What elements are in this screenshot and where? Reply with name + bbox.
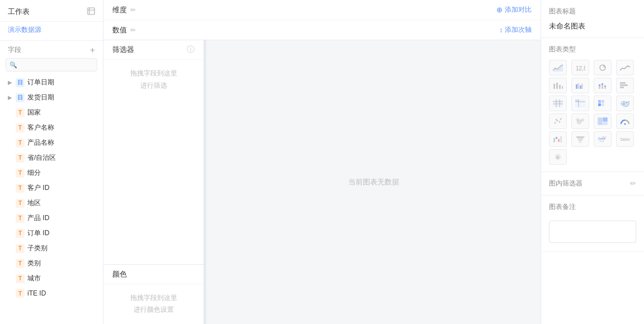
- svg-text:词云: 词云: [602, 136, 607, 139]
- color-section: 颜色 拖拽字段到这里 进行颜色设置: [103, 264, 203, 324]
- list-item[interactable]: T 产品名称: [0, 135, 103, 150]
- dimension-label: 维度 ✏: [112, 5, 136, 15]
- svg-rect-8: [559, 85, 561, 89]
- svg-rect-52: [558, 139, 560, 142]
- field-type-text-icon: T: [16, 169, 25, 178]
- chart-annotation-section: 图表备注: [541, 196, 644, 252]
- field-label: 省/自治区: [27, 153, 56, 163]
- chart-annotation-input[interactable]: [549, 221, 636, 243]
- svg-rect-32: [598, 100, 601, 103]
- field-type-text-icon: T: [16, 259, 25, 268]
- chart-title-section-label: 图表标题: [549, 7, 636, 16]
- search-box: 🔍: [6, 58, 97, 72]
- chart-type-scatter[interactable]: [549, 113, 567, 129]
- chart-type-treemap[interactable]: [594, 113, 612, 129]
- value-edit-icon[interactable]: ✏: [130, 26, 136, 34]
- chart-title-section: 图表标题: [541, 0, 644, 38]
- dimension-text: 维度: [112, 5, 127, 15]
- svg-text:⚙: ⚙: [556, 156, 559, 159]
- svg-rect-35: [602, 103, 604, 106]
- svg-rect-22: [620, 87, 624, 88]
- in-chart-filter-edit-icon[interactable]: ✏: [630, 179, 636, 188]
- color-drop-zone[interactable]: 拖拽字段到这里 进行颜色设置: [103, 284, 203, 324]
- list-item[interactable]: T 细分: [0, 165, 103, 180]
- in-chart-filter-label: 图内筛选器: [549, 179, 583, 188]
- field-type-text-icon: T: [16, 123, 25, 132]
- chart-type-pie[interactable]: [594, 60, 612, 75]
- chart-type-line[interactable]: [616, 60, 634, 75]
- chart-type-matrix[interactable]: [594, 96, 612, 111]
- list-item[interactable]: T 地区: [0, 196, 103, 211]
- chart-type-grid: 12,814: [549, 60, 636, 165]
- fields-header: 字段 +: [0, 40, 103, 58]
- list-item[interactable]: T 产品 ID: [0, 211, 103, 226]
- svg-rect-12: [580, 85, 581, 89]
- expand-toggle: ▶: [8, 94, 15, 101]
- chart-title-input[interactable]: [549, 22, 636, 31]
- svg-rect-7: [556, 83, 558, 89]
- svg-rect-50: [553, 138, 555, 142]
- expand-toggle: ▶: [8, 79, 15, 85]
- list-item[interactable]: T 客户 ID: [0, 180, 103, 196]
- chart-type-table[interactable]: [549, 96, 567, 111]
- worksheet-icon[interactable]: [87, 7, 95, 17]
- chart-type-funnel[interactable]: [571, 131, 589, 147]
- chart-type-number[interactable]: 12,814: [571, 60, 589, 75]
- chart-type-extra[interactable]: ⚙: [549, 149, 567, 165]
- svg-marker-55: [577, 139, 583, 141]
- svg-rect-29: [575, 99, 579, 102]
- list-item[interactable]: ▶ 日 订单日期: [0, 75, 103, 90]
- chart-type-horizontal-bar[interactable]: [616, 78, 634, 93]
- add-comparison-button[interactable]: ⊕ 添加对比: [496, 5, 532, 15]
- chart-type-bar[interactable]: [549, 78, 567, 93]
- field-label: 产品 ID: [27, 213, 49, 223]
- chart-type-waterfall[interactable]: [549, 131, 567, 147]
- list-item[interactable]: T 省/自治区: [0, 150, 103, 165]
- list-item[interactable]: T 国家: [0, 105, 103, 120]
- chart-type-bubble[interactable]: [571, 113, 589, 129]
- field-label: 产品名称: [27, 138, 54, 147]
- list-item[interactable]: T 订单 ID: [0, 226, 103, 241]
- color-label: 颜色: [112, 270, 127, 278]
- in-chart-filter-section: 图内筛选器 ✏: [541, 172, 644, 196]
- svg-rect-14: [599, 86, 600, 89]
- svg-rect-10: [576, 84, 577, 89]
- list-item[interactable]: T 子类别: [0, 241, 103, 256]
- list-item[interactable]: ▶ 日 发货日期: [0, 90, 103, 105]
- add-field-button[interactable]: +: [90, 46, 95, 55]
- list-item[interactable]: T 城市: [0, 271, 103, 286]
- svg-point-40: [559, 121, 561, 122]
- search-input[interactable]: [6, 58, 97, 72]
- svg-rect-21: [620, 84, 628, 86]
- field-label: iTE ID: [27, 289, 46, 297]
- field-label: 城市: [27, 274, 41, 283]
- chart-type-word-cloud[interactable]: Data 词云 Cloud: [594, 131, 612, 147]
- svg-point-45: [576, 118, 579, 121]
- field-type-text-icon: T: [16, 199, 25, 208]
- field-type-text-icon: T: [16, 229, 25, 238]
- color-drop-hint: 拖拽字段到这里 进行颜色设置: [130, 292, 177, 316]
- chart-type-area[interactable]: [549, 60, 567, 75]
- chart-type-custom[interactable]: Delor: [616, 131, 634, 147]
- chart-type-gauge[interactable]: [616, 113, 634, 129]
- chart-type-geo-scatter[interactable]: [616, 96, 634, 111]
- chart-type-stacked-bar[interactable]: [594, 78, 612, 93]
- add-axis-button[interactable]: ↕ 添加次轴: [499, 25, 532, 35]
- demo-source-link[interactable]: 演示数据源: [0, 22, 103, 40]
- list-item[interactable]: T 类别: [0, 256, 103, 271]
- config-top: 维度 ✏ ⊕ 添加对比 数值 ✏ ↕ 添加次轴: [103, 0, 541, 40]
- search-icon: 🔍: [10, 61, 17, 69]
- filter-label: 筛选器: [112, 45, 134, 55]
- chart-type-grouped-bar[interactable]: [571, 78, 589, 93]
- field-label: 地区: [27, 198, 41, 208]
- dimension-edit-icon[interactable]: ✏: [130, 6, 136, 14]
- list-item[interactable]: T 客户名称: [0, 120, 103, 135]
- filter-spacer: [103, 99, 203, 264]
- chart-empty-text: 当前图表无数据: [348, 177, 399, 187]
- middle-panel: 维度 ✏ ⊕ 添加对比 数值 ✏ ↕ 添加次轴 筛选器: [103, 0, 541, 324]
- field-type-date-icon: 日: [16, 78, 25, 87]
- chart-type-pivot[interactable]: [571, 96, 589, 111]
- filter-drop-zone[interactable]: 拖拽字段到这里 进行筛选: [103, 60, 203, 99]
- fields-label: 字段: [8, 45, 21, 55]
- list-item[interactable]: T iTE ID: [0, 286, 103, 301]
